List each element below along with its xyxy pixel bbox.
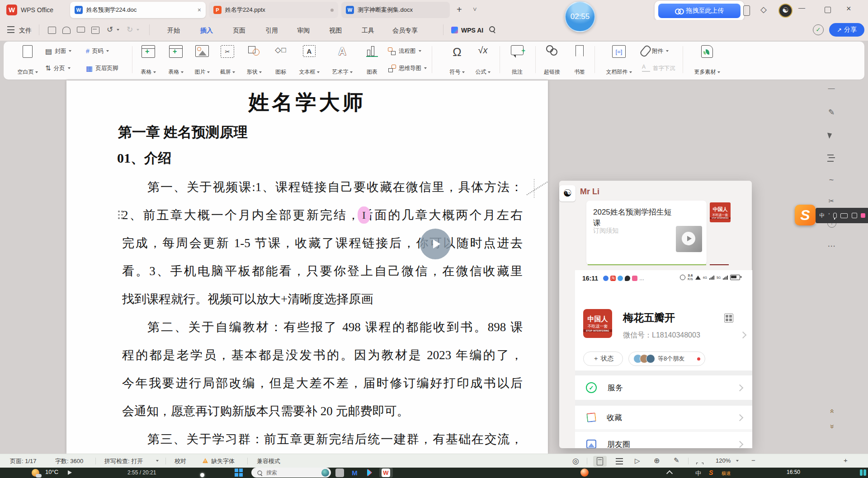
list-item-moments[interactable]: 朋友圈 xyxy=(575,432,752,448)
restore-window-button[interactable] xyxy=(825,7,831,13)
view-read-mode-button[interactable]: ▷ xyxy=(635,457,640,465)
annotate-pen-icon[interactable]: ✎ xyxy=(826,108,837,117)
print-preview-icon[interactable] xyxy=(91,27,99,34)
tray-expand-icon[interactable] xyxy=(666,470,673,477)
phone-device-icon[interactable] xyxy=(743,5,750,16)
list-item-favorites[interactable]: 收藏 xyxy=(575,406,752,429)
menu-reference[interactable]: 引用 xyxy=(265,23,278,37)
redo-chevron-icon[interactable] xyxy=(137,29,139,31)
mic-icon[interactable] xyxy=(833,213,837,218)
taiji-overlay-icon[interactable]: ☯ xyxy=(778,4,793,18)
close-window-button[interactable]: × xyxy=(846,4,851,14)
ribbon-mindmap-button[interactable]: 思维导图 xyxy=(388,62,427,74)
status-pill-button[interactable]: ＋ 状态 xyxy=(583,351,623,366)
ribbon-wordart-button[interactable]: A 艺术字 xyxy=(328,44,357,77)
clipboard-icon[interactable] xyxy=(852,213,857,218)
chevron-down-icon[interactable] xyxy=(736,460,739,462)
video-progress-thumb[interactable] xyxy=(200,473,204,477)
cut-tool-icon[interactable]: ✂ xyxy=(826,197,837,205)
wave-tool-icon[interactable]: ~ xyxy=(826,175,837,185)
menu-tools[interactable]: 工具 xyxy=(362,23,374,37)
proofread-button[interactable]: 校对 xyxy=(175,457,186,465)
ribbon-cover-button[interactable]: ▤ 封面 xyxy=(45,45,71,57)
paragraph-drag-handle[interactable] xyxy=(118,211,124,220)
zoom-in-button[interactable]: + xyxy=(844,456,848,464)
new-tab-button[interactable]: + xyxy=(457,5,462,15)
clock-widget[interactable]: 02:55 xyxy=(565,1,595,32)
course-link-card[interactable]: 2025姓名预测学招生短课 订阅须知 xyxy=(586,201,707,265)
ribbon-page-number-button[interactable]: # 页码 xyxy=(86,45,109,57)
view-page-mode-button[interactable] xyxy=(593,456,607,467)
missing-font-button[interactable]: 缺失字体 xyxy=(211,457,235,465)
save-icon[interactable] xyxy=(48,27,56,34)
tray-sogou-icon[interactable]: S xyxy=(709,469,713,476)
qr-code-icon[interactable] xyxy=(724,314,733,323)
minimize-button[interactable]: — xyxy=(798,4,805,11)
video-thumbnail[interactable] xyxy=(676,226,702,252)
weather-temp[interactable]: 10°C xyxy=(45,469,58,475)
ribbon-shapes-button[interactable]: 形状 xyxy=(241,44,267,77)
profile-avatar[interactable]: 中国人 不吃这一套 STOP INTERFERING xyxy=(583,309,612,338)
start-button[interactable] xyxy=(235,469,243,477)
ribbon-bookmark-button[interactable]: 书签 xyxy=(569,44,590,77)
weather-icon[interactable] xyxy=(32,469,39,477)
ribbon-picture-button[interactable]: 图片 xyxy=(189,44,215,77)
keyboard-icon[interactable] xyxy=(840,213,848,218)
widgets-icon[interactable] xyxy=(335,469,344,477)
emoji-panel-icon[interactable] xyxy=(861,213,865,218)
ribbon-formula-button[interactable]: √x 公式 xyxy=(471,44,495,77)
ribbon-chart-button[interactable]: 图表 xyxy=(359,44,385,77)
ribbon-flowchart-button[interactable]: 流程图 xyxy=(388,45,421,57)
ime-punct-icon[interactable]: ’ xyxy=(828,212,830,219)
play-icon[interactable] xyxy=(682,232,695,245)
menu-view[interactable]: 视图 xyxy=(329,23,342,37)
phone-screenshot-image[interactable]: 16:11 淘 … 3.6K/s 4G 5G 中国人 不吃这一套 STOP IN… xyxy=(575,270,752,448)
ribbon-blank-page-button[interactable]: 空白页 xyxy=(15,44,40,77)
browser-taskbar-icon[interactable] xyxy=(580,469,589,477)
friends-status-pill[interactable]: 等8个朋友 xyxy=(628,351,705,366)
ribbon-page-break-button[interactable]: ⇅ 分页 xyxy=(45,62,71,74)
share-button[interactable]: ↗ 分享 xyxy=(829,23,864,37)
select-cursor-icon[interactable] xyxy=(827,131,833,139)
ribbon-icon-library-button[interactable]: ◇□ 图标 xyxy=(268,44,293,77)
zoom-level[interactable]: 120% xyxy=(716,457,731,464)
ribbon-hyperlink-button[interactable]: 超链接 xyxy=(538,44,566,77)
upload-button[interactable]: 拖拽至此上传 xyxy=(658,4,741,18)
tab-list-chevron-icon[interactable]: ˅ xyxy=(473,5,477,13)
ribbon-symbol-button[interactable]: Ω 符号 xyxy=(445,44,469,77)
document-page[interactable]: 姓名学大师 第一章 姓名预测原理 01、介绍 第一、关于视频课:1、课程链接自己… xyxy=(66,80,548,454)
settings-sliders-icon[interactable] xyxy=(827,155,834,162)
close-tab-icon[interactable]: × xyxy=(198,6,201,14)
notification-panel-icon[interactable] xyxy=(860,469,863,476)
ribbon-header-footer-button[interactable]: ▦ 页眉页脚 xyxy=(86,62,118,74)
menu-insert[interactable]: 插入 xyxy=(200,23,213,37)
menu-membership[interactable]: 会员专享 xyxy=(392,23,418,37)
menu-file[interactable]: 文件 xyxy=(19,23,32,37)
upload-drop-widget[interactable]: 拖拽至此上传 xyxy=(655,1,744,21)
collapse-toolbar-icon[interactable]: — xyxy=(826,84,837,92)
tab-doc-3[interactable]: W 测字神断案例集.docx xyxy=(341,2,450,18)
undo-chevron-icon[interactable] xyxy=(117,29,119,31)
undo-icon[interactable]: ↺ xyxy=(107,25,113,34)
sogou-ime-logo[interactable]: S xyxy=(795,205,816,225)
ribbon-textbox-button[interactable]: A 文本框 xyxy=(295,44,324,77)
tray-ime-cn[interactable]: 中 xyxy=(695,469,701,478)
ime-toolbar[interactable]: 中 ’ xyxy=(816,208,868,223)
contact-avatar[interactable]: ☯ xyxy=(559,185,576,202)
edit-pen-button[interactable]: ✎ xyxy=(674,456,679,464)
scroll-prev-page-icon[interactable]: « xyxy=(828,405,837,417)
chevron-right-icon[interactable] xyxy=(740,332,747,339)
cloud-saved-icon[interactable]: ✓ xyxy=(813,24,824,35)
eye-protect-icon[interactable]: ◎ xyxy=(572,456,579,466)
hamburger-menu-icon[interactable] xyxy=(7,26,14,33)
ime-cn-mode[interactable]: 中 xyxy=(819,212,825,220)
menu-wps-ai[interactable]: WPS AI xyxy=(461,23,483,37)
package-box-icon[interactable]: ◇ xyxy=(760,5,767,14)
search-icon[interactable] xyxy=(489,26,495,32)
chevron-down-icon[interactable] xyxy=(156,460,159,462)
print-icon[interactable] xyxy=(77,27,85,33)
view-web-layout-button[interactable]: ⊕ xyxy=(654,456,660,465)
view-outline-button[interactable] xyxy=(616,458,623,464)
scroll-next-page-icon[interactable]: » xyxy=(828,421,837,432)
wps-taskbar-icon[interactable]: W xyxy=(382,469,390,477)
